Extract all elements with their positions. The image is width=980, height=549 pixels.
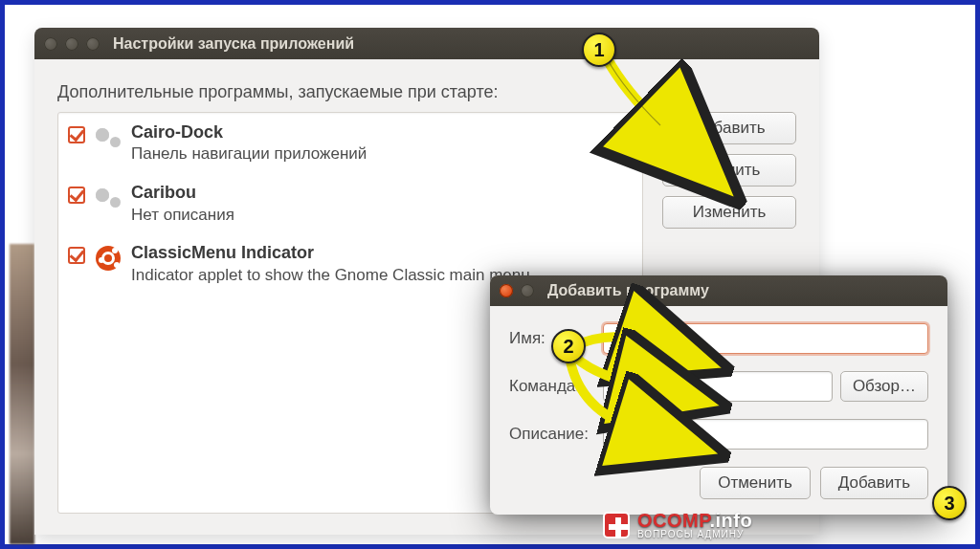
browse-button[interactable]: Обзор…: [840, 371, 928, 402]
checkbox-icon[interactable]: [68, 247, 85, 264]
item-desc: Панель навигации приложений: [131, 143, 367, 165]
item-title: ClassicMenu Indicator: [131, 241, 530, 264]
edit-button[interactable]: Изменить: [662, 196, 796, 229]
checkbox-icon[interactable]: [68, 187, 85, 204]
add-button[interactable]: Добавить: [820, 467, 928, 499]
cancel-button[interactable]: Отменить: [700, 467, 811, 499]
list-item[interactable]: Caribou Нет описания: [58, 173, 642, 233]
dialog-titlebar: Добавить программу: [490, 275, 947, 306]
gears-icon: [96, 128, 121, 147]
item-desc: Нет описания: [131, 205, 234, 227]
dialog-title: Добавить программу: [547, 282, 709, 299]
item-desc: Indicator applet to show the Gnome Class…: [131, 265, 530, 287]
minimize-icon[interactable]: [65, 37, 78, 51]
annotation-badge-1: 1: [582, 33, 616, 67]
list-item[interactable]: Cairo-Dock Панель навигации приложений: [58, 113, 642, 173]
window-title: Настройки запуска приложений: [113, 35, 354, 53]
watermark: OCOMP.info ВОПРОСЫ АДМИНУ: [603, 510, 752, 539]
annotation-badge-2: 2: [551, 329, 586, 363]
item-title: Cairo-Dock: [131, 121, 367, 143]
watermark-tagline: ВОПРОСЫ АДМИНУ: [637, 529, 752, 539]
remove-button[interactable]: Удалить: [662, 154, 796, 187]
annotation-badge-3: 3: [932, 486, 967, 520]
checkbox-icon[interactable]: [68, 126, 85, 143]
plus-icon: [603, 512, 630, 538]
close-icon[interactable]: [44, 37, 57, 51]
maximize-icon[interactable]: [86, 37, 100, 51]
maximize-icon[interactable]: [521, 284, 534, 297]
ubuntu-icon: [96, 246, 121, 271]
item-title: Caribou: [131, 181, 234, 204]
gears-icon: [96, 188, 121, 208]
close-icon[interactable]: [500, 284, 513, 297]
